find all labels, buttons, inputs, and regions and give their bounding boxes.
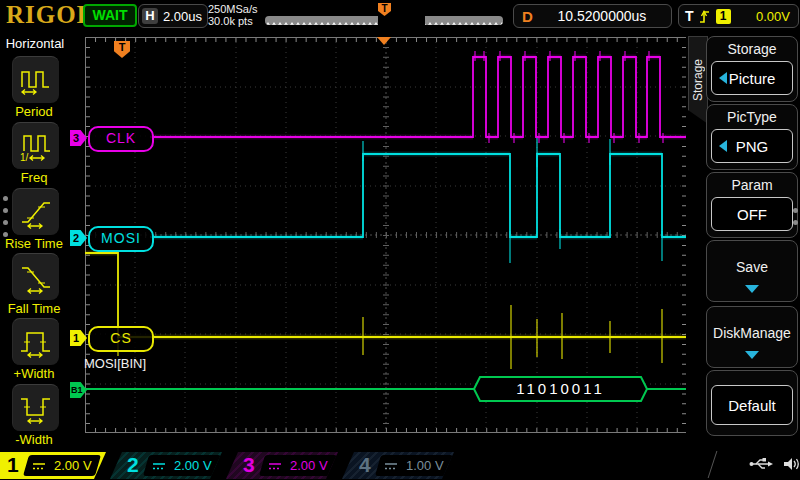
menu-section-default: Default bbox=[706, 370, 798, 436]
acquisition-readout: 250MSa/s 30.0k pts bbox=[208, 3, 258, 27]
menu-section-diskmanage[interactable]: DiskManage bbox=[706, 306, 798, 368]
channel-status-bar: 1 2.00 V 2 2.00 V bbox=[0, 450, 800, 480]
run-state-badge: WAIT bbox=[83, 4, 137, 27]
trigger-level-value: 0.00V bbox=[731, 9, 790, 24]
menu-item-minus-width[interactable]: -Width bbox=[12, 384, 64, 447]
menu-page-dot bbox=[3, 208, 8, 213]
clk-trace bbox=[150, 51, 687, 143]
menu-page-dot bbox=[3, 232, 8, 237]
plus-width-icon bbox=[18, 324, 54, 360]
horizontal-scale-readout: H 2.00us bbox=[138, 4, 208, 28]
section-title: Param bbox=[707, 177, 797, 193]
channel-number: 4 bbox=[359, 453, 371, 477]
waveform-display bbox=[85, 37, 687, 433]
overview-trigger-marker[interactable]: T bbox=[378, 3, 391, 16]
menu-page-dot bbox=[793, 220, 798, 225]
chevron-left-icon bbox=[719, 72, 727, 84]
save-label: Save bbox=[707, 259, 797, 275]
status-icons bbox=[748, 456, 800, 472]
bus-decoder-name: MOSI[BIN] bbox=[84, 356, 146, 371]
channel-number: 2 bbox=[127, 453, 139, 477]
period-icon bbox=[18, 62, 54, 98]
channel-number: 1 bbox=[7, 453, 19, 477]
mosi-trace bbox=[150, 137, 687, 263]
menu-item-freq[interactable]: 1/ Freq bbox=[12, 122, 64, 185]
dc-coupling-icon bbox=[268, 460, 282, 472]
menu-section-pictype: PicType PNG bbox=[706, 104, 798, 170]
trigger-source-chip: 1 bbox=[716, 9, 731, 24]
pictype-button[interactable]: PNG bbox=[711, 129, 793, 163]
rigol-logo: RIGOL bbox=[6, 1, 94, 29]
speaker-icon bbox=[782, 456, 800, 472]
storage-tab-label: Storage bbox=[691, 59, 705, 101]
storage-menu-tab[interactable]: Storage bbox=[688, 36, 708, 124]
section-title: Storage bbox=[707, 41, 797, 57]
top-status-bar: RIGOL WAIT H 2.00us 250MSa/s 30.0k pts T bbox=[0, 0, 800, 30]
delay-readout: D 10.5200000us bbox=[513, 4, 672, 28]
menu-item-plus-width[interactable]: +Width bbox=[12, 318, 64, 381]
sample-rate: 250MSa/s bbox=[208, 3, 258, 15]
default-label: Default bbox=[728, 397, 776, 414]
dc-coupling-icon bbox=[384, 460, 398, 472]
channel-number: 3 bbox=[243, 453, 255, 477]
horizontal-label: H bbox=[142, 8, 158, 24]
graticule-and-traces bbox=[85, 37, 687, 433]
menu-item-fall-time[interactable]: Fall Time bbox=[12, 253, 64, 316]
status-separator bbox=[708, 451, 718, 478]
menu-item-label: -Width bbox=[4, 432, 64, 447]
bus-decoded-value: 11010011 bbox=[474, 380, 647, 397]
right-menu-storage: Storage Storage Picture PicType PNG Para… bbox=[686, 30, 800, 450]
chevron-down-icon bbox=[745, 351, 759, 359]
channel3-tab[interactable]: 3 2.00 V bbox=[226, 452, 338, 479]
param-button[interactable]: OFF bbox=[711, 197, 793, 231]
storage-type-value: Picture bbox=[729, 70, 776, 87]
rising-edge-icon bbox=[698, 8, 711, 25]
left-menu-title: Horizontal bbox=[0, 36, 70, 51]
dc-coupling-icon bbox=[32, 460, 46, 472]
fall-time-icon bbox=[18, 259, 54, 295]
menu-item-label: Period bbox=[4, 104, 64, 119]
freq-icon: 1/ bbox=[18, 128, 54, 164]
menu-item-label: +Width bbox=[4, 366, 64, 381]
menu-section-storage: Storage Picture bbox=[706, 36, 798, 102]
storage-type-button[interactable]: Picture bbox=[711, 61, 793, 95]
horizontal-center-marker bbox=[377, 37, 391, 45]
overview-window[interactable] bbox=[378, 16, 425, 25]
clk-trace-label: CLK bbox=[88, 126, 154, 152]
menu-page-dot bbox=[793, 208, 798, 213]
pictype-value: PNG bbox=[736, 138, 769, 155]
channel1-tab[interactable]: 1 2.00 V bbox=[0, 452, 106, 479]
channel4-tab[interactable]: 4 1.00 V bbox=[342, 452, 454, 479]
menu-section-save[interactable]: Save bbox=[706, 240, 798, 302]
diskmanage-label: DiskManage bbox=[707, 325, 797, 341]
channel-scale: 2.00 V bbox=[54, 458, 92, 473]
mosi-trace-label: MOSI bbox=[88, 226, 154, 252]
chevron-left-icon bbox=[719, 140, 727, 152]
horizontal-scale-value: 2.00us bbox=[158, 9, 207, 24]
usb-icon bbox=[748, 456, 774, 472]
cs-trace bbox=[85, 253, 687, 369]
dc-coupling-icon bbox=[152, 460, 166, 472]
channel2-tab[interactable]: 2 2.00 V bbox=[110, 452, 222, 479]
menu-item-label: Fall Time bbox=[4, 301, 64, 316]
rise-time-icon bbox=[18, 194, 54, 230]
menu-section-param: Param OFF bbox=[706, 172, 798, 238]
channel-scale: 2.00 V bbox=[174, 458, 212, 473]
default-button[interactable]: Default bbox=[711, 385, 793, 425]
channel-scale: 1.00 V bbox=[406, 458, 444, 473]
menu-page-dot bbox=[3, 220, 8, 225]
waveform-overview-bar[interactable] bbox=[265, 16, 503, 25]
param-value: OFF bbox=[737, 206, 767, 223]
menu-item-label: Freq bbox=[4, 170, 64, 185]
memory-depth: 30.0k pts bbox=[208, 15, 258, 27]
trigger-readout: T 1 0.00V bbox=[678, 4, 799, 28]
svg-text:1/: 1/ bbox=[20, 152, 29, 163]
minus-width-icon bbox=[18, 390, 54, 426]
cs-trace-label: CS bbox=[88, 326, 154, 352]
chevron-down-icon bbox=[745, 285, 759, 293]
menu-item-period[interactable]: Period bbox=[12, 56, 64, 119]
left-menu-horizontal: Horizontal Period 1/ Freq Rise Time bbox=[0, 30, 70, 450]
menu-item-rise-time[interactable]: Rise Time bbox=[12, 188, 64, 251]
delay-value: 10.5200000us bbox=[533, 8, 671, 24]
menu-item-label: Rise Time bbox=[4, 236, 64, 251]
